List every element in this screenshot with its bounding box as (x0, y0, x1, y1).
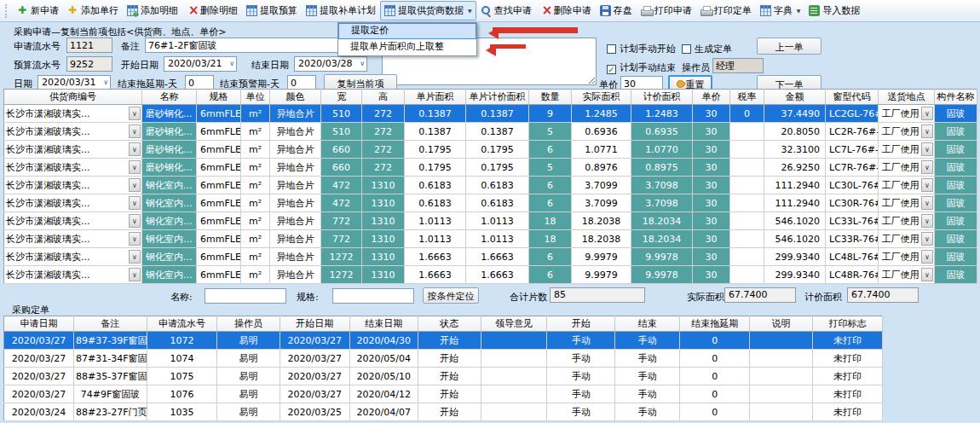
col-end-mode[interactable]: 结束 (615, 316, 680, 332)
cell-start-date[interactable]: 2020/03/27 (280, 385, 349, 403)
cell-unit[interactable]: m² (241, 212, 270, 230)
cell-end-date[interactable]: 2020/04/12 (349, 385, 418, 403)
cell-width[interactable]: 1272 (321, 266, 362, 284)
search-request-button[interactable]: 查找申请 (476, 1, 536, 20)
cell-unit[interactable]: m² (241, 248, 270, 266)
cell-request-date[interactable]: 2020/03/27 (4, 368, 74, 385)
cell-operator[interactable]: 易明 (217, 385, 280, 403)
cell-amount[interactable]: 546.1020 (764, 212, 826, 230)
cell-delivery[interactable]: 工厂使用∨ (879, 266, 935, 284)
detail-row[interactable]: 长沙市潇湘玻璃实...∨ 钢化室内... 6mmFLE... m² 异地合片 7… (4, 212, 977, 230)
cell-width[interactable]: 660 (321, 141, 362, 159)
cell-delivery[interactable]: 工厂使用∨ (879, 159, 935, 177)
cell-color[interactable]: 异地合片 (270, 141, 321, 159)
supplier-dropdown-icon[interactable]: ∨ (129, 178, 141, 192)
cell-tax-rate[interactable]: 0 (730, 105, 764, 123)
cell-piece-area[interactable]: 1.6663 (405, 266, 466, 284)
cell-actual-area[interactable]: 0.6936 (572, 123, 631, 141)
cell-note[interactable] (750, 403, 813, 421)
cell-supplier[interactable]: 长沙市潇湘玻璃实...∨ (4, 230, 142, 248)
cell-window-code[interactable]: LC48L-76#... (826, 248, 879, 266)
supplier-dropdown-icon[interactable]: ∨ (129, 232, 141, 246)
cell-supplier[interactable]: 长沙市潇湘玻璃实...∨ (4, 105, 142, 123)
cell-status[interactable]: 开始 (418, 368, 481, 385)
cell-spec[interactable]: 6mmFLE... (197, 105, 241, 123)
detail-row[interactable]: 长沙市潇湘玻璃实...∨ 钢化室内... 6mmFLE... m² 异地合片 4… (4, 177, 977, 194)
cell-piece-priced-area[interactable]: 1.6663 (466, 266, 529, 284)
cell-unit[interactable]: m² (241, 105, 270, 123)
cell-delivery[interactable]: 工厂使用∨ (879, 248, 935, 266)
cell-width[interactable]: 660 (321, 159, 362, 177)
cell-spec[interactable]: 6mmFLE... (197, 123, 241, 141)
delivery-dropdown-icon[interactable]: ∨ (921, 250, 933, 264)
cell-unit-price[interactable]: 30 (693, 141, 730, 159)
cell-tax-rate[interactable] (730, 248, 764, 266)
cell-note[interactable] (750, 385, 813, 403)
cell-delivery[interactable]: 工厂使用∨ (879, 123, 935, 141)
cell-piece-area[interactable]: 0.1795 (405, 141, 466, 159)
col-unit-price[interactable]: 单价 (693, 90, 730, 105)
cell-amount[interactable]: 32.3100 (764, 141, 826, 159)
plan-manual-start-checkbox[interactable]: 计划手动开始 (607, 43, 676, 55)
cell-component[interactable]: 固玻 (935, 266, 977, 284)
cell-spec[interactable]: 6mmFLE... (197, 194, 241, 212)
cell-piece-priced-area[interactable]: 0.1795 (466, 159, 529, 177)
start-date-picker[interactable]: 2020/03/21 ∨ (164, 56, 237, 72)
cell-color[interactable]: 异地合片 (270, 194, 321, 212)
cell-component[interactable]: 固玻 (935, 141, 977, 159)
delivery-dropdown-icon[interactable]: ∨ (921, 232, 933, 246)
cell-height[interactable]: 1310 (362, 177, 405, 194)
cell-piece-area[interactable]: 0.6183 (405, 194, 466, 212)
cell-supplier[interactable]: 长沙市潇湘玻璃实...∨ (4, 177, 142, 194)
delivery-dropdown-icon[interactable]: ∨ (921, 107, 933, 120)
supplier-dropdown-icon[interactable]: ∨ (129, 196, 141, 210)
cell-amount[interactable]: 299.9340 (764, 266, 826, 284)
detail-row[interactable]: 长沙市潇湘玻璃实...∨ 钢化室内... 6mmFLE... m² 异地合片 4… (4, 194, 977, 212)
extract-supplement-plan-button[interactable]: 提取补单计划 (302, 1, 380, 20)
supplier-dropdown-icon[interactable]: ∨ (129, 268, 141, 281)
delivery-dropdown-icon[interactable]: ∨ (921, 160, 933, 174)
cell-end-delay[interactable]: 0 (680, 368, 750, 385)
generate-order-checkbox[interactable]: 生成定单 (682, 43, 732, 55)
col-leader-opinion[interactable]: 领导意见 (481, 316, 547, 332)
cell-height[interactable]: 272 (362, 159, 405, 177)
col-print-flag[interactable]: 打印标志 (812, 316, 882, 332)
cell-amount[interactable]: 546.1020 (764, 230, 826, 248)
import-data-button[interactable]: 导入数据 (804, 1, 864, 20)
supplier-dropdown-icon[interactable]: ∨ (129, 250, 141, 264)
remark-field[interactable] (145, 38, 356, 53)
cell-piece-priced-area[interactable]: 1.6663 (466, 248, 529, 266)
cell-start-date[interactable]: 2020/03/27 (280, 350, 349, 368)
cell-operator[interactable]: 易明 (217, 403, 280, 421)
cell-spec[interactable]: 6mmFLE... (197, 248, 241, 266)
order-row[interactable]: 2020/03/27 88#35-37F窗固玻 1075 易明 2020/03/… (4, 368, 883, 385)
cell-start-mode[interactable]: 手动 (547, 350, 615, 368)
cell-actual-area[interactable]: 3.7099 (572, 177, 631, 194)
cell-name[interactable]: 磨砂钢化... (142, 159, 197, 177)
cell-start-mode[interactable]: 手动 (547, 368, 615, 385)
cell-spec[interactable]: 6mmFLE... (197, 177, 241, 194)
cell-window-code[interactable]: LC33L-76#... (826, 212, 879, 230)
save-button[interactable]: 存盘 (596, 1, 637, 20)
cell-component[interactable]: 固玻 (935, 177, 977, 194)
cell-priced-area[interactable]: 1.2483 (631, 105, 693, 123)
cell-unit-price[interactable]: 30 (693, 266, 730, 284)
cell-qty[interactable]: 6 (529, 194, 572, 212)
cell-note[interactable] (750, 332, 813, 350)
menu-item[interactable]: 提取单片面积向上取整 (338, 39, 476, 55)
extract-budget-button[interactable]: 提取预算 (242, 1, 302, 20)
cell-piece-priced-area[interactable]: 1.0113 (466, 212, 529, 230)
operator-field[interactable] (712, 58, 764, 73)
delivery-dropdown-icon[interactable]: ∨ (921, 196, 933, 210)
cell-start-date[interactable]: 2020/03/25 (280, 403, 349, 421)
order-row[interactable]: 2020/03/24 88#23-27F门页玻 1035 易明 2020/03/… (4, 403, 883, 421)
col-qty[interactable]: 数量 (529, 90, 572, 105)
col-actual-area[interactable]: 实际面积 (572, 90, 631, 105)
cell-remark[interactable]: 87#31-34F窗固玻 (73, 350, 147, 368)
cell-height[interactable]: 1310 (362, 266, 405, 284)
cell-actual-area[interactable]: 1.0771 (572, 141, 631, 159)
detail-row[interactable]: 长沙市潇湘玻璃实...∨ 钢化室内... 6mmFLE... m² 异地合片 1… (4, 266, 977, 284)
cell-amount[interactable]: 111.2940 (764, 194, 826, 212)
cell-name[interactable]: 钢化室内... (142, 194, 197, 212)
col-remark[interactable]: 备注 (73, 316, 147, 332)
